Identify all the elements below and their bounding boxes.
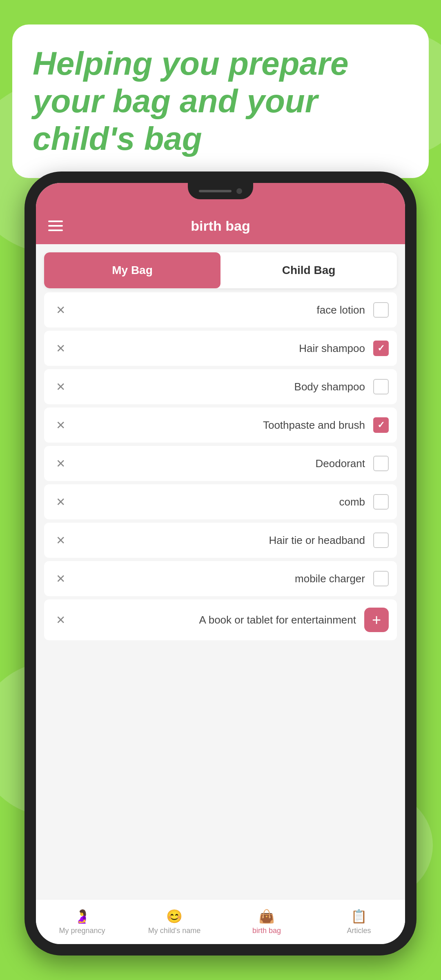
item-label: Hair tie or headband — [69, 534, 373, 547]
app-header: birth bag — [36, 207, 405, 244]
item-label: comb — [69, 496, 373, 508]
app-title: birth bag — [191, 218, 250, 234]
phone-screen: birth bag My Bag Child Bag ✕ face lotion… — [36, 183, 405, 944]
nav-item-my-pregnancy[interactable]: 🤰 My pregnancy — [36, 900, 128, 944]
tab-my-bag[interactable]: My Bag — [44, 252, 220, 288]
list-item: ✕ comb — [44, 484, 397, 519]
header-card: Helping you prepare your bag and your ch… — [12, 24, 429, 178]
delete-button[interactable]: ✕ — [52, 532, 69, 548]
list-item: ✕ face lotion — [44, 292, 397, 327]
item-label: Toothpaste and brush — [69, 419, 373, 432]
list-item: ✕ Body shampoo — [44, 369, 397, 404]
item-checkbox[interactable] — [373, 341, 389, 356]
item-checkbox[interactable] — [373, 532, 389, 548]
add-item-row: ✕ A book or tablet for entertainment + — [44, 599, 397, 640]
hamburger-menu-button[interactable] — [48, 220, 63, 231]
bottom-navigation: 🤰 My pregnancy 😊 My child's name 👜 birth… — [36, 899, 405, 944]
notch-bar — [199, 190, 232, 192]
birth-bag-icon: 👜 — [258, 909, 275, 924]
item-label: face lotion — [69, 304, 373, 316]
item-checkbox[interactable] — [373, 417, 389, 433]
phone-frame: birth bag My Bag Child Bag ✕ face lotion… — [24, 172, 416, 956]
list-item: ✕ Hair tie or headband — [44, 523, 397, 558]
item-label: mobile charger — [69, 572, 373, 585]
item-label: Deodorant — [69, 457, 373, 470]
nav-item-birth-bag[interactable]: 👜 birth bag — [220, 900, 313, 944]
delete-button[interactable]: ✕ — [52, 494, 69, 510]
articles-icon: 📋 — [351, 909, 367, 924]
pregnancy-icon: 🤰 — [74, 909, 90, 924]
item-label: A book or tablet for entertainment — [69, 614, 364, 626]
item-label: Hair shampoo — [69, 342, 373, 355]
item-checkbox[interactable] — [373, 302, 389, 318]
delete-button[interactable]: ✕ — [52, 302, 69, 318]
nav-item-my-childs-name[interactable]: 😊 My child's name — [128, 900, 220, 944]
nav-label-birth-bag: birth bag — [252, 927, 281, 935]
delete-button[interactable]: ✕ — [52, 379, 69, 395]
delete-button[interactable]: ✕ — [52, 455, 69, 472]
phone-notch-area — [36, 183, 405, 207]
delete-button[interactable]: ✕ — [52, 570, 69, 587]
nav-label-articles: Articles — [347, 927, 371, 935]
item-label: Body shampoo — [69, 381, 373, 393]
list-item: ✕ Toothpaste and brush — [44, 408, 397, 443]
item-checkbox[interactable] — [373, 494, 389, 510]
list-item: ✕ Deodorant — [44, 446, 397, 481]
item-checkbox[interactable] — [373, 456, 389, 471]
phone-notch — [188, 183, 253, 199]
nav-label-my-pregnancy: My pregnancy — [59, 927, 105, 935]
list-item: ✕ mobile charger — [44, 561, 397, 596]
checklist: ✕ face lotion ✕ Hair shampoo ✕ Body sham… — [36, 292, 405, 899]
list-item: ✕ Hair shampoo — [44, 331, 397, 366]
header-title: Helping you prepare your bag and your ch… — [33, 45, 408, 158]
child-name-icon: 😊 — [166, 909, 183, 924]
delete-button[interactable]: ✕ — [52, 340, 69, 356]
add-item-button[interactable]: + — [364, 608, 389, 632]
plus-icon: + — [372, 612, 381, 628]
item-checkbox[interactable] — [373, 571, 389, 586]
delete-button[interactable]: ✕ — [52, 417, 69, 433]
tab-child-bag[interactable]: Child Bag — [220, 252, 397, 288]
item-checkbox[interactable] — [373, 379, 389, 394]
notch-camera — [236, 188, 242, 194]
delete-button[interactable]: ✕ — [52, 612, 69, 628]
nav-label-my-childs-name: My child's name — [148, 927, 200, 935]
nav-item-articles[interactable]: 📋 Articles — [313, 900, 405, 944]
tab-switcher: My Bag Child Bag — [44, 252, 397, 288]
